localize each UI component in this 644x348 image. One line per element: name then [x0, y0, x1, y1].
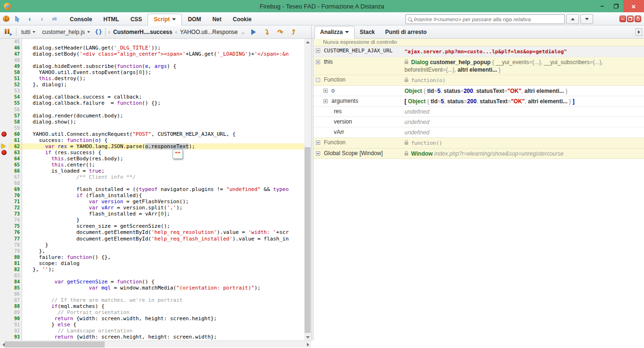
line-number[interactable]: 56 — [8, 107, 22, 113]
line-number[interactable]: 50 — [8, 69, 22, 75]
expand-icon[interactable]: + — [323, 89, 328, 93]
watch-variable-value[interactable]: function() — [405, 138, 644, 148]
watch-variable-name[interactable]: CUSTOMER_HELP_AJAX_URL — [324, 48, 393, 54]
breakpoint-gutter[interactable] — [0, 223, 8, 229]
line-number[interactable]: 93 — [8, 334, 22, 340]
side-tab-analizza[interactable]: Analizza — [314, 26, 355, 39]
line-number[interactable]: 71 — [8, 199, 22, 205]
search-prev-button[interactable] — [566, 14, 579, 24]
horizontal-scroll-thumb[interactable] — [5, 341, 105, 348]
breakpoint-gutter[interactable] — [0, 260, 8, 266]
breadcrumb-item[interactable]: CustomerH....success — [113, 29, 172, 35]
command-line-icon[interactable]: ›≡ — [49, 14, 59, 24]
tab-net[interactable]: Net — [206, 14, 227, 25]
breakpoint-gutter[interactable] — [0, 273, 8, 279]
line-number[interactable]: 69 — [8, 186, 22, 192]
line-number[interactable]: 85 — [8, 285, 22, 291]
watch-variable-value[interactable]: function(o) — [405, 75, 644, 85]
breakpoint-gutter[interactable] — [0, 57, 8, 63]
line-number[interactable]: 63 — [8, 149, 22, 156]
side-tab-stack[interactable]: Stack — [355, 26, 380, 38]
tab-cookie[interactable]: Cookie — [227, 14, 257, 25]
breakpoint-gutter[interactable] — [0, 88, 8, 94]
line-number[interactable]: 68 — [8, 180, 22, 186]
breakpoint-gutter[interactable] — [0, 94, 8, 100]
side-tabs-overflow-button[interactable] — [636, 28, 642, 36]
line-number[interactable]: 52 — [8, 82, 22, 88]
line-number[interactable]: 90 — [8, 315, 22, 322]
tab-html[interactable]: HTML — [98, 14, 124, 25]
breakpoint-gutter[interactable] — [0, 75, 8, 82]
breakpoint-gutter[interactable] — [0, 192, 8, 199]
breakpoint-gutter[interactable] — [0, 180, 8, 186]
breakpoint-gutter[interactable] — [0, 205, 8, 211]
line-number[interactable]: 55 — [8, 100, 22, 106]
expand-icon[interactable]: + — [316, 141, 320, 145]
line-number[interactable]: 73 — [8, 211, 22, 217]
watch-variable-name[interactable]: res — [334, 108, 342, 115]
breakpoint-gutter[interactable] — [0, 236, 8, 242]
scroll-right-arrow[interactable] — [305, 341, 311, 348]
breakpoint-gutter[interactable] — [0, 334, 8, 340]
watch-variable-name[interactable]: Function — [324, 139, 346, 146]
history-forward-button[interactable]: › — [37, 14, 47, 24]
expand-icon[interactable]: + — [316, 151, 320, 156]
breakpoint-gutter[interactable] — [0, 229, 8, 235]
breakpoint-gutter[interactable] — [0, 199, 8, 205]
watch-variable-name[interactable]: Global Scope [Window] — [324, 150, 383, 157]
breakpoint-gutter[interactable] — [0, 149, 8, 156]
line-number[interactable]: 60 — [8, 131, 22, 137]
expand-icon[interactable]: + — [323, 99, 328, 103]
breakpoint-gutter[interactable] — [0, 174, 8, 180]
line-number[interactable]: 49 — [8, 63, 22, 69]
breakpoint-gutter[interactable] — [0, 309, 8, 315]
expand-icon[interactable]: + — [316, 49, 320, 53]
breakpoint-gutter[interactable] — [0, 100, 8, 106]
breakpoint-gutter[interactable] — [0, 322, 8, 328]
breakpoint-gutter[interactable] — [0, 297, 8, 303]
line-number[interactable]: 47 — [8, 51, 22, 57]
firebug-deactivate-button[interactable] — [635, 16, 641, 22]
watch-variable-value[interactable]: undefined — [405, 117, 644, 127]
line-number[interactable]: 81 — [8, 260, 22, 266]
line-number[interactable]: 58 — [8, 119, 22, 125]
line-number[interactable]: 87 — [8, 297, 22, 303]
line-number[interactable]: 83 — [8, 273, 22, 279]
breakpoint-gutter[interactable] — [0, 156, 8, 162]
tab-console[interactable]: Console — [64, 14, 98, 25]
line-number[interactable]: 45 — [8, 39, 22, 45]
watch-variable-name[interactable]: this — [324, 58, 333, 65]
breakpoint-gutter[interactable] — [0, 107, 8, 113]
vertical-scroll-thumb[interactable] — [305, 147, 311, 333]
scroll-up-arrow[interactable] — [304, 39, 311, 45]
breakpoint-gutter[interactable] — [0, 113, 8, 119]
breakpoint-gutter[interactable] — [0, 51, 8, 57]
script-filter-dropdown[interactable]: tutti — [19, 28, 37, 36]
breadcrumb-more-icon[interactable]: ↔ — [240, 29, 246, 35]
breakpoint-gutter[interactable] — [0, 254, 8, 260]
line-number[interactable]: 75 — [8, 223, 22, 229]
line-number[interactable]: 51 — [8, 75, 22, 82]
watch-variable-name[interactable]: Function — [324, 76, 346, 83]
line-number[interactable]: 86 — [8, 291, 22, 297]
line-number[interactable]: 61 — [8, 137, 22, 143]
watch-variable-value[interactable]: Dialog customer_help_popup { __yui_event… — [405, 57, 644, 75]
watch-variable-value[interactable]: Object { tld=5, status=200, statusText="… — [405, 86, 644, 96]
step-into-button[interactable]: ⤵ — [262, 27, 272, 37]
line-number[interactable]: 89 — [8, 309, 22, 315]
watch-variable-value[interactable]: undefined — [405, 127, 644, 137]
line-number[interactable]: 92 — [8, 328, 22, 334]
breakpoint-gutter[interactable] — [0, 315, 8, 322]
firebug-detach-button[interactable] — [627, 16, 634, 22]
line-number[interactable]: 88 — [8, 303, 22, 309]
watch-variable-value[interactable]: "ajax.server.php?mn=custo...lp&plf=lms&o… — [405, 46, 644, 57]
breakpoint-gutter[interactable] — [0, 266, 8, 273]
line-number[interactable]: 91 — [8, 322, 22, 328]
line-number[interactable]: 74 — [8, 217, 22, 223]
firebug-minimize-button[interactable]: − — [619, 16, 626, 22]
step-out-button[interactable]: ⤴ — [288, 27, 298, 37]
breakpoint-gutter[interactable] — [0, 303, 8, 309]
continue-button[interactable] — [248, 27, 259, 37]
breakpoint-gutter[interactable] — [0, 186, 8, 192]
line-number[interactable]: 72 — [8, 205, 22, 211]
